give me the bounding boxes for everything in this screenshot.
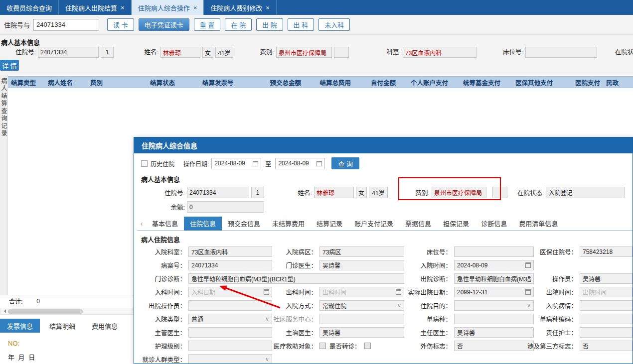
close-icon[interactable]: ×	[121, 4, 125, 11]
visit-times-field[interactable]: 1	[101, 47, 114, 58]
fee-type-label: 费别:	[256, 47, 274, 56]
tab-scroll-left-icon[interactable]: ‹	[137, 220, 146, 228]
dept-field[interactable]: 73区血液内科	[403, 47, 476, 58]
calendar-icon[interactable]	[525, 289, 531, 295]
tab-guarantee-records[interactable]: 担保记录	[437, 217, 475, 231]
admission-no-field[interactable]: 24071334	[187, 187, 249, 198]
fee-type-field[interactable]: 泉州市医疗保障局	[276, 47, 332, 58]
adm-type-select[interactable]: 普通∨	[188, 314, 272, 324]
detail-button[interactable]: 详 情	[0, 60, 19, 71]
single-disease-input[interactable]	[454, 314, 534, 324]
op-doctor-input[interactable]: 吴诗馨	[319, 260, 404, 270]
h-scrollbar[interactable]	[0, 308, 141, 315]
fee-type-field[interactable]: 泉州市医疗保障局	[432, 187, 486, 198]
dialog-header[interactable]: 住院病人综合信息	[134, 137, 633, 153]
tab-unsettled-fees[interactable]: 未结算费用	[266, 217, 311, 231]
query-row: 历史住院 操作日期: 2024-08-09 至 2024-08-09 查 询	[141, 157, 633, 169]
admission-no-input[interactable]	[33, 19, 99, 31]
tab-settle-records[interactable]: 结算记录	[311, 217, 348, 231]
injury-flag-select[interactable]: 否∨	[454, 341, 534, 351]
med-aid-checkbox[interactable]	[319, 343, 326, 349]
tab-discharge-settle[interactable]: 住院病人出院结算×	[59, 0, 132, 15]
nursing-level-input[interactable]	[188, 341, 272, 351]
close-icon[interactable]: ×	[266, 4, 270, 11]
chief-doctor-input[interactable]: 吴诗馨	[454, 327, 534, 338]
dept-time-input[interactable]: 入科日期	[188, 287, 272, 297]
dialog-title: 住院病人综合信息	[142, 140, 197, 150]
nurse-input[interactable]	[580, 327, 633, 338]
fee-type-sub-field[interactable]	[334, 47, 349, 58]
actual-dis-date-input[interactable]: 2099-12-31	[454, 287, 534, 297]
fee-type-sub-field[interactable]	[492, 187, 507, 198]
op-diag-input[interactable]: 急性早幼粒细胞白血病(M3型)(BCR1型)	[188, 273, 404, 284]
tab-diagnosis-info[interactable]: 诊断信息	[475, 217, 513, 231]
visitor-type-select[interactable]: ∨	[188, 354, 272, 364]
name-field[interactable]: 林雅琼	[160, 47, 200, 58]
tab-inpatient-ops[interactable]: 住院病人综合操作×	[132, 0, 204, 15]
date-from-input[interactable]: 2024-08-09	[211, 158, 261, 169]
scroll-left-icon[interactable]	[2, 309, 6, 313]
bed-field[interactable]	[525, 47, 597, 58]
single-disease-code-input[interactable]	[580, 314, 633, 324]
dis-diag-input[interactable]: 急性早幼粒细胞白血病(M3型)	[454, 273, 534, 284]
patient-settle-records-tab[interactable]: 病人结算查询记录	[0, 78, 8, 295]
record-no-input[interactable]: 24071334	[188, 260, 272, 270]
visit-times-field[interactable]: 1	[251, 187, 264, 198]
tab-fee-info[interactable]: 费用信息	[85, 319, 125, 333]
calendar-icon[interactable]	[253, 161, 258, 166]
dis-time-input[interactable]: 出院时间	[580, 287, 633, 297]
query-button[interactable]: 查 询	[331, 157, 359, 169]
visitor-type-label: 就诊人群类型：	[142, 355, 188, 364]
in-hospital-button[interactable]: 在 院	[225, 18, 252, 31]
adm-time-input[interactable]: 2024-08-09	[454, 260, 534, 270]
dis-operator-input[interactable]	[188, 300, 272, 311]
discharged-button[interactable]: 出 院	[256, 18, 283, 31]
tab-basic-info[interactable]: 基本信息	[146, 217, 184, 231]
community-input[interactable]	[319, 314, 404, 324]
tab-fee-modify[interactable]: 住院病人费别修改×	[204, 0, 277, 15]
calendar-icon[interactable]	[264, 289, 269, 295]
mi-adm-no-input[interactable]: 758423218	[580, 246, 633, 257]
referral-checkbox[interactable]	[364, 343, 371, 349]
tab-account-pay-records[interactable]: 账户支付记录	[348, 217, 399, 231]
gender-field: 女	[202, 47, 213, 58]
charge-doctor-input[interactable]	[188, 327, 272, 338]
bed-input[interactable]	[454, 246, 534, 257]
close-icon[interactable]: ×	[193, 4, 197, 11]
hosp-purpose-select[interactable]: ∨	[454, 300, 534, 311]
button-label: 查 询	[338, 159, 353, 168]
balance-field[interactable]: 0	[187, 201, 264, 213]
ecert-read-button[interactable]: 电子凭证读卡	[139, 18, 189, 31]
out-dept-button[interactable]: 出 科	[288, 18, 315, 31]
adm-mode-select[interactable]: 常规住院∨	[319, 300, 404, 311]
reset-button[interactable]: 重 置	[194, 18, 221, 31]
name-field[interactable]: 林雅琼	[314, 187, 354, 198]
chief-doctor-label: 主任医生：	[420, 328, 454, 337]
scrollbar-thumb[interactable]	[8, 309, 83, 314]
adm-ward-input[interactable]: 73病区	[319, 246, 404, 257]
admission-no-value: 24071334	[40, 49, 67, 56]
in-hospital-status-field[interactable]: 入院登记	[546, 187, 625, 198]
tab-prepay-info[interactable]: 预交金信息	[222, 217, 266, 231]
adm-condition-input[interactable]	[580, 300, 633, 311]
operator-input[interactable]: 吴诗馨	[580, 273, 633, 284]
outdept-time-input[interactable]: 出科时间	[319, 287, 404, 297]
tab-settle-detail[interactable]: 结算明细	[42, 319, 82, 333]
calendar-icon[interactable]	[316, 161, 322, 166]
tab-hosp-info[interactable]: 住院信息	[184, 217, 222, 231]
not-admitted-button[interactable]: 未入科	[318, 18, 350, 31]
adm-dept-input[interactable]: 73区血液内科	[188, 246, 272, 257]
calendar-icon[interactable]	[525, 262, 531, 268]
calendar-icon[interactable]	[396, 289, 401, 295]
read-card-button[interactable]: 读 卡	[107, 18, 134, 31]
tab-fee-list-info[interactable]: 费用清单信息	[513, 217, 564, 231]
tab-invoice-info[interactable]: 发票信息	[0, 319, 40, 333]
third-party-flag-select[interactable]: 否	[580, 341, 633, 351]
column-header: 预交总金额	[252, 78, 304, 87]
tab-cashier-query[interactable]: 收费员综合查询	[0, 0, 59, 15]
history-checkbox[interactable]	[141, 160, 148, 167]
tab-bill-info[interactable]: 票据信息	[399, 217, 437, 231]
attending-doctor-input[interactable]: 吴诗馨	[319, 327, 404, 338]
admission-no-field[interactable]: 24071334	[38, 47, 99, 58]
date-to-input[interactable]: 2024-08-09	[275, 158, 325, 169]
